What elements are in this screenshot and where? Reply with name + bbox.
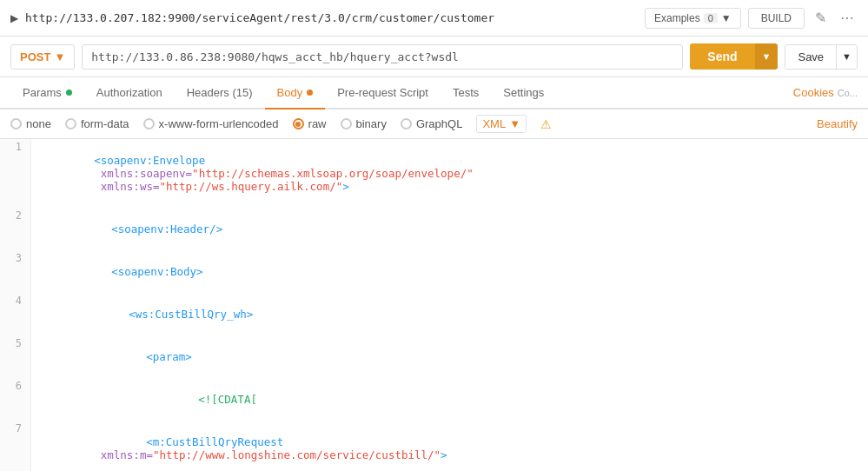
settings-icon-button[interactable]: ⋯ <box>837 6 858 30</box>
request-tabs-bar: Params Authorization Headers (15) Body P… <box>0 77 868 109</box>
code-line-6: 6 <![CDATA[ <box>0 378 868 421</box>
code-line-5: 5 <param> <box>0 335 868 378</box>
save-dropdown-button[interactable]: ▼ <box>836 45 857 69</box>
option-binary[interactable]: binary <box>341 117 387 130</box>
send-dropdown-button[interactable]: ▼ <box>755 43 779 70</box>
line-content-1: <soapenv:Envelope xmlns:soapenv="http://… <box>31 139 868 208</box>
line-content-6: <![CDATA[ <box>31 378 868 421</box>
tab-authorization-label: Authorization <box>96 86 162 99</box>
option-graphql[interactable]: GraphQL <box>401 117 462 130</box>
request-body-editor[interactable]: 1 <soapenv:Envelope xmlns:soapenv="http:… <box>0 139 868 471</box>
collapse-icon[interactable]: ▶ <box>10 12 18 24</box>
method-dropdown-icon: ▼ <box>54 50 65 63</box>
option-raw-label: raw <box>308 117 327 130</box>
line-content-5: <param> <box>31 335 868 378</box>
tab-authorization[interactable]: Authorization <box>84 77 175 109</box>
option-raw[interactable]: raw <box>293 117 327 130</box>
line-num-7: 7 <box>0 421 31 471</box>
code-line-2: 2 <soapenv:Header/> <box>0 208 868 250</box>
radio-none <box>10 118 22 129</box>
edit-icon-button[interactable]: ✎ <box>812 6 830 30</box>
tab-headers-label: Headers (15) <box>187 86 253 99</box>
line-num-2: 2 <box>0 208 31 250</box>
tab-prerequest[interactable]: Pre-request Script <box>325 77 441 109</box>
tab-prerequest-label: Pre-request Script <box>337 86 428 99</box>
build-button[interactable]: BUILD <box>748 8 805 29</box>
tab-params[interactable]: Params <box>10 77 84 109</box>
code-line-4: 4 <ws:CustBillQry_wh> <box>0 293 868 335</box>
app-container: ▶ http://133.0.207.182:9900/serviceAgent… <box>0 0 868 471</box>
save-button[interactable]: Save <box>785 45 836 69</box>
beautify-button[interactable]: Beautify <box>817 117 858 130</box>
tab-params-label: Params <box>23 86 62 99</box>
tab-settings[interactable]: Settings <box>491 77 556 109</box>
params-dot <box>66 90 72 96</box>
line-num-4: 4 <box>0 293 31 335</box>
line-num-6: 6 <box>0 378 31 421</box>
line-num-3: 3 <box>0 250 31 293</box>
examples-count: 0 <box>704 13 718 23</box>
code-line-3: 3 <soapenv:Body> <box>0 250 868 293</box>
request-url-input[interactable] <box>82 44 683 70</box>
radio-binary <box>341 118 352 129</box>
tab-right-area: Cookies Co... <box>793 86 858 99</box>
cookies-link[interactable]: Cookies <box>793 86 834 99</box>
option-form-data[interactable]: form-data <box>65 117 129 130</box>
option-none-label: none <box>26 117 51 130</box>
examples-label: Examples <box>654 12 700 24</box>
option-none[interactable]: none <box>10 117 51 130</box>
collection-url: http://133.0.207.182:9900/serviceAgent/r… <box>25 11 638 24</box>
settings-icon: ⋯ <box>840 10 854 25</box>
top-bar: ▶ http://133.0.207.182:9900/serviceAgent… <box>0 0 868 36</box>
save-button-group: Save ▼ <box>785 44 858 70</box>
body-dot <box>307 90 313 96</box>
option-urlencoded-label: x-www-form-urlencoded <box>159 117 279 130</box>
cookies-separator: Co... <box>838 88 858 98</box>
examples-button[interactable]: Examples 0 ▼ <box>645 8 741 29</box>
option-binary-label: binary <box>356 117 387 130</box>
line-content-2: <soapenv:Header/> <box>31 208 868 250</box>
radio-form-data <box>65 118 76 129</box>
edit-icon: ✎ <box>815 10 826 25</box>
line-content-3: <soapenv:Body> <box>31 250 868 293</box>
option-urlencoded[interactable]: x-www-form-urlencoded <box>143 117 279 130</box>
xml-format-selector[interactable]: XML ▼ <box>476 115 527 133</box>
tab-tests[interactable]: Tests <box>441 77 491 109</box>
tab-headers[interactable]: Headers (15) <box>175 77 265 109</box>
xml-format-label: XML <box>482 117 506 130</box>
radio-urlencoded <box>143 118 155 129</box>
xml-dropdown-icon: ▼ <box>509 117 520 130</box>
tab-body-label: Body <box>277 86 303 99</box>
line-num-1: 1 <box>0 139 31 208</box>
method-label: POST <box>20 50 50 63</box>
body-options-bar: none form-data x-www-form-urlencoded raw… <box>0 109 868 139</box>
code-line-7: 7 <m:CustBillQryRequest xmlns:m="http://… <box>0 421 868 471</box>
code-line-1: 1 <soapenv:Envelope xmlns:soapenv="http:… <box>0 139 868 208</box>
line-content-4: <ws:CustBillQry_wh> <box>31 293 868 335</box>
tab-body[interactable]: Body <box>265 77 326 109</box>
request-bar: POST ▼ Send ▼ Save ▼ <box>0 36 868 77</box>
send-button-group: Send ▼ <box>690 43 778 70</box>
radio-graphql <box>401 118 412 129</box>
line-content-7: <m:CustBillQryRequest xmlns:m="http://ww… <box>31 421 868 471</box>
examples-dropdown-icon: ▼ <box>721 12 732 24</box>
tab-settings-label: Settings <box>503 86 544 99</box>
method-selector[interactable]: POST ▼ <box>10 44 75 70</box>
send-button[interactable]: Send <box>690 43 754 70</box>
warning-icon: ⚠ <box>540 117 552 131</box>
radio-raw <box>293 118 304 129</box>
option-graphql-label: GraphQL <box>416 117 462 130</box>
line-num-5: 5 <box>0 335 31 378</box>
tab-tests-label: Tests <box>453 86 479 99</box>
option-form-data-label: form-data <box>81 117 129 130</box>
